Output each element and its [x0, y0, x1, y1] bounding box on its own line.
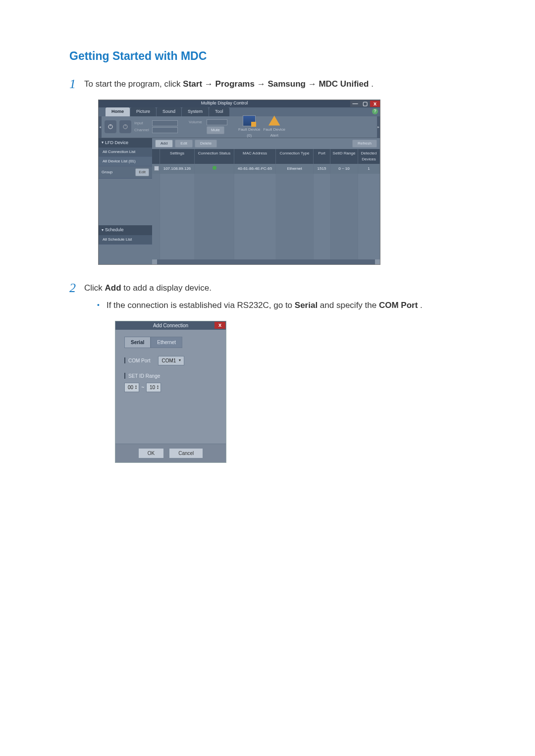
- sidebar-schedule-label: Schedule: [105, 227, 124, 234]
- cell-mac: 40-61-86-4E-FC-65: [234, 164, 276, 174]
- ok-button[interactable]: OK: [138, 448, 164, 458]
- setid-high-spinner[interactable]: 10 ▴▾: [146, 383, 161, 392]
- step1-start: Start: [183, 79, 202, 89]
- step1-unified: MDC Unified: [319, 79, 369, 89]
- cell-settings-ip: 107.108.89.126: [160, 164, 195, 174]
- step1-programs: Programs: [215, 79, 255, 89]
- setid-low-value: 00: [128, 384, 133, 391]
- input-select[interactable]: [152, 120, 178, 126]
- fault-alert-label: Fault Device Alert: [263, 127, 285, 139]
- cancel-button[interactable]: Cancel: [169, 448, 203, 458]
- volume-field[interactable]: [207, 119, 227, 125]
- chevron-down-icon: ▾: [179, 357, 181, 363]
- tilde-label: ~: [141, 384, 144, 391]
- tab-system[interactable]: System: [182, 107, 209, 116]
- fault-device-label: Fault Device (0): [238, 127, 260, 139]
- col-checkbox: [152, 149, 160, 164]
- tab-tool[interactable]: Tool: [209, 107, 229, 116]
- app-title: Multiple Display Control: [99, 100, 350, 107]
- add-button[interactable]: Add: [155, 140, 173, 148]
- com-port-label: COM Port: [128, 357, 150, 364]
- tab-ethernet[interactable]: Ethernet: [151, 337, 182, 348]
- sidebar-all-schedule-list[interactable]: All Schedule List: [99, 235, 152, 245]
- setid-range-label: SET ID Range: [128, 372, 160, 380]
- section-heading: Getting Started with MDC: [69, 50, 466, 63]
- refresh-button[interactable]: Refresh: [352, 140, 377, 148]
- cell-detected: 1: [358, 164, 380, 174]
- bullet-text-after: .: [420, 301, 423, 310]
- cell-type: Ethernet: [276, 164, 314, 174]
- sidebar-edit-button[interactable]: Edit: [135, 168, 149, 176]
- sidebar-section-schedule[interactable]: ▾Schedule: [99, 225, 152, 235]
- channel-label: Channel: [134, 127, 151, 133]
- step1-samsung: Samsung: [268, 79, 306, 89]
- col-connection-status: Connection Status: [195, 149, 234, 164]
- arrow-icon: →: [257, 79, 268, 89]
- bullet-icon: •: [97, 299, 100, 312]
- ribbon-scroll-right[interactable]: ▸: [377, 116, 380, 138]
- tab-sound[interactable]: Sound: [157, 107, 181, 116]
- svg-rect-3: [125, 124, 125, 126]
- step1-text-a: To start the program, click: [84, 79, 183, 89]
- bullet-serial: Serial: [295, 301, 318, 310]
- tab-serial[interactable]: Serial: [124, 337, 151, 348]
- cell-port: 1515: [314, 164, 330, 174]
- close-button[interactable]: x: [370, 101, 380, 107]
- col-mac-address: MAC Address: [234, 149, 276, 164]
- dialog-close-button[interactable]: x: [214, 322, 225, 329]
- col-settings: Settings: [160, 149, 195, 164]
- arrow-icon: →: [205, 79, 215, 89]
- horizontal-scrollbar[interactable]: [152, 259, 380, 264]
- table-row[interactable]: 107.108.89.126 40-61-86-4E-FC-65 Etherne…: [152, 164, 380, 174]
- sidebar-all-device-list[interactable]: All Device List (01): [99, 157, 152, 166]
- chevron-down-icon: ▾: [102, 227, 104, 233]
- step2-after: to add a display device.: [123, 283, 212, 293]
- fault-device-icon[interactable]: [243, 115, 256, 126]
- edit-button[interactable]: Edit: [175, 140, 193, 148]
- bullet-text-before: If the connection is established via RS2…: [107, 301, 295, 310]
- step-number-1: 1: [69, 78, 84, 277]
- mute-button[interactable]: Mute: [207, 126, 224, 134]
- power-on-icon[interactable]: [105, 120, 116, 133]
- setid-low-spinner[interactable]: 00 ▴▾: [124, 383, 139, 392]
- step2-before: Click: [84, 283, 105, 293]
- svg-rect-1: [110, 124, 110, 126]
- spinner-arrows-icon[interactable]: ▴▾: [157, 385, 159, 390]
- com-port-select[interactable]: COM1 ▾: [158, 356, 184, 365]
- dialog-title: Add Connection: [115, 322, 226, 329]
- channel-spinner[interactable]: [152, 127, 178, 133]
- arrow-icon: →: [308, 79, 319, 89]
- cell-status: [195, 164, 234, 174]
- mdc-app-window: Multiple Display Control — ▢ x Home Pict…: [98, 100, 380, 265]
- step1-period: .: [371, 79, 374, 89]
- section-bar-icon: [124, 357, 125, 363]
- spinner-arrows-icon[interactable]: ▴▾: [135, 385, 137, 390]
- add-connection-dialog: Add Connection x Serial Ethernet COM Por…: [115, 321, 226, 463]
- com-port-value: COM1: [161, 357, 176, 364]
- section-bar-icon: [124, 373, 125, 379]
- tab-home[interactable]: Home: [106, 107, 130, 116]
- bullet-text-mid: and specify the: [320, 301, 379, 310]
- power-off-icon[interactable]: [119, 120, 131, 133]
- tab-picture[interactable]: Picture: [130, 107, 156, 116]
- cell-range: 0 ~ 10: [330, 164, 358, 174]
- sidebar-group-label: Group: [102, 169, 112, 175]
- row-checkbox[interactable]: [154, 166, 159, 171]
- fault-alert-icon[interactable]: [268, 115, 281, 126]
- col-setid-range: SetID Range: [330, 149, 358, 164]
- input-label: Input: [134, 120, 151, 126]
- volume-label: Volume: [189, 119, 206, 125]
- step2-add: Add: [105, 283, 121, 293]
- col-detected-devices: Detected Devices: [358, 149, 380, 164]
- minimize-button[interactable]: —: [350, 101, 360, 107]
- help-icon[interactable]: ?: [372, 108, 378, 114]
- maximize-button[interactable]: ▢: [360, 101, 370, 107]
- sidebar-section-lfd[interactable]: ▾LFD Device: [99, 138, 152, 148]
- col-port: Port: [314, 149, 330, 164]
- sidebar-all-connection[interactable]: All Connection List: [99, 148, 152, 157]
- setid-high-value: 10: [150, 384, 155, 391]
- sidebar-lfd-label: LFD Device: [105, 140, 128, 147]
- delete-button[interactable]: Delete: [195, 140, 217, 148]
- step-number-2: 2: [69, 282, 84, 468]
- status-dot-icon: [213, 166, 216, 170]
